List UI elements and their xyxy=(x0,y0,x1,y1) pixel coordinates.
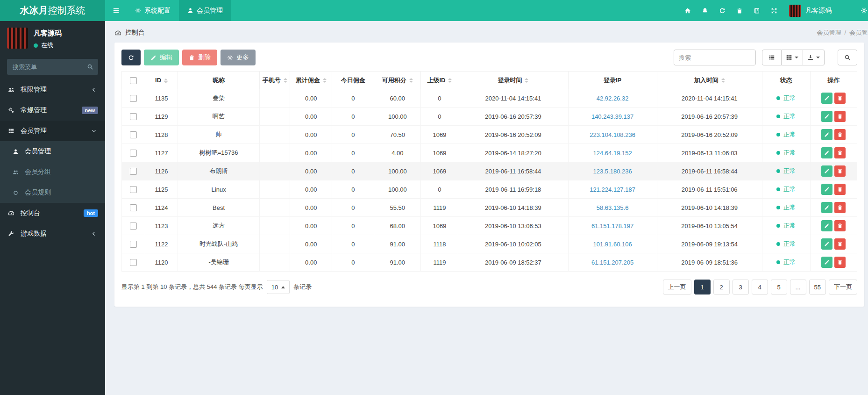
login-ip-link[interactable]: 124.64.19.152 xyxy=(593,150,632,157)
topnav-item-0[interactable]: 系统配置 xyxy=(127,0,179,21)
table-row[interactable]: 1122时光战队-山鸡0.00091.0011182019-06-10 10:0… xyxy=(122,235,857,253)
row-checkbox[interactable] xyxy=(130,150,137,157)
row-delete-button[interactable] xyxy=(834,147,846,158)
row-checkbox[interactable] xyxy=(130,204,137,211)
col-header-login_ip[interactable]: 登录IP xyxy=(568,72,657,89)
sidebar-item-3[interactable]: 控制台hot xyxy=(0,203,105,223)
row-delete-button[interactable] xyxy=(834,129,846,140)
table-search-input[interactable] xyxy=(674,50,756,65)
row-checkbox[interactable] xyxy=(130,95,137,102)
row-edit-button[interactable] xyxy=(821,129,832,140)
col-header-total_commission[interactable]: 累计佣金 xyxy=(290,72,332,89)
row-delete-button[interactable] xyxy=(834,220,846,231)
col-header-phone[interactable]: 手机号 xyxy=(260,72,290,89)
page-button-3[interactable]: 3 xyxy=(733,280,749,294)
detail-view-button[interactable] xyxy=(762,50,782,65)
login-ip-link[interactable]: 123.5.180.236 xyxy=(593,168,632,175)
export-button[interactable] xyxy=(803,50,825,65)
row-delete-button[interactable] xyxy=(834,93,846,104)
table-row[interactable]: 1129啊艺0.000100.0002019-06-16 20:57:39140… xyxy=(122,108,857,126)
app-logo[interactable]: 水冰月控制系统 xyxy=(0,0,105,21)
row-edit-button[interactable] xyxy=(821,238,832,250)
row-delete-button[interactable] xyxy=(834,184,846,195)
table-row[interactable]: 1126布朗斯0.000100.0010692019-06-11 16:58:4… xyxy=(122,162,857,180)
sidebar-item-0[interactable]: 权限管理 xyxy=(0,79,105,100)
row-edit-button[interactable] xyxy=(821,93,832,104)
login-ip-link[interactable]: 140.243.39.137 xyxy=(591,113,633,120)
sidebar-search-input[interactable] xyxy=(7,59,98,75)
prev-page-button[interactable]: 上一页 xyxy=(663,280,691,294)
row-edit-button[interactable] xyxy=(821,257,832,268)
page-size-dropdown[interactable]: 10 xyxy=(267,280,290,294)
select-all-checkbox[interactable] xyxy=(130,77,137,84)
nav-expand-button[interactable] xyxy=(765,0,783,21)
table-row[interactable]: 1135叁柒0.00060.0002020-11-04 14:15:4142.9… xyxy=(122,89,857,108)
sidebar-item-4[interactable]: 游戏数据 xyxy=(0,223,105,244)
crumb-1[interactable]: 会员管理 xyxy=(849,29,868,36)
row-delete-button[interactable] xyxy=(834,238,846,250)
row-checkbox[interactable] xyxy=(130,168,137,175)
col-header-checkbox[interactable] xyxy=(122,72,145,89)
nav-bell-button[interactable] xyxy=(696,0,713,21)
row-checkbox[interactable] xyxy=(130,113,137,120)
login-ip-link[interactable]: 223.104.108.236 xyxy=(590,131,635,138)
table-row[interactable]: 1127树树吧=157360.0004.0010692019-06-14 18:… xyxy=(122,144,857,162)
nav-trash-button[interactable] xyxy=(731,0,748,21)
sidebar-subitem-2-1[interactable]: 会员分组 xyxy=(0,162,105,182)
row-edit-button[interactable] xyxy=(821,165,832,177)
row-delete-button[interactable] xyxy=(834,111,846,122)
col-header-points[interactable]: 可用积分 xyxy=(374,72,421,89)
row-checkbox[interactable] xyxy=(130,186,137,193)
col-header-actions[interactable]: 操作 xyxy=(810,72,857,89)
topnav-user[interactable]: 凡客源码 xyxy=(783,0,836,21)
nav-settings-button[interactable] xyxy=(856,0,868,21)
col-header-id[interactable]: ID xyxy=(145,72,178,89)
col-header-nickname[interactable]: 昵称 xyxy=(178,72,260,89)
login-ip-link[interactable]: 61.151.178.197 xyxy=(591,223,633,230)
row-edit-button[interactable] xyxy=(821,220,832,231)
row-delete-button[interactable] xyxy=(834,165,846,177)
login-ip-link[interactable]: 42.92.26.32 xyxy=(597,95,629,102)
row-checkbox[interactable] xyxy=(130,131,137,138)
topnav-item-1[interactable]: 会员管理 xyxy=(179,0,231,21)
row-delete-button[interactable] xyxy=(834,257,846,268)
sidebar-toggle-button[interactable] xyxy=(105,0,127,21)
crumb-0[interactable]: 会员管理 xyxy=(817,29,841,36)
refresh-button[interactable] xyxy=(121,50,141,65)
row-edit-button[interactable] xyxy=(821,111,832,122)
row-edit-button[interactable] xyxy=(821,147,832,158)
sidebar-item-1[interactable]: 常规管理new xyxy=(0,100,105,121)
table-row[interactable]: 1125Linux0.000100.0002019-06-11 16:59:18… xyxy=(122,180,857,199)
table-row[interactable]: 1124Best0.00055.5011192019-06-10 14:18:3… xyxy=(122,199,857,217)
edit-button[interactable]: 编辑 xyxy=(144,50,179,65)
page-button-55[interactable]: 55 xyxy=(809,280,826,294)
row-delete-button[interactable] xyxy=(834,202,846,213)
col-header-join_time[interactable]: 加入时间 xyxy=(657,72,762,89)
row-edit-button[interactable] xyxy=(821,202,832,213)
login-ip-link[interactable]: 101.91.60.106 xyxy=(593,241,632,248)
page-button-5[interactable]: 5 xyxy=(771,280,787,294)
next-page-button[interactable]: 下一页 xyxy=(829,280,857,294)
row-edit-button[interactable] xyxy=(821,184,832,195)
table-row[interactable]: 1123远方0.00068.0010692019-06-10 13:06:536… xyxy=(122,217,857,235)
col-header-today_commission[interactable]: 今日佣金 xyxy=(332,72,374,89)
row-checkbox[interactable] xyxy=(130,259,137,266)
login-ip-link[interactable]: 61.151.207.205 xyxy=(591,259,633,266)
col-header-parent_id[interactable]: 上级ID xyxy=(421,72,458,89)
sidebar-item-2[interactable]: 会员管理 xyxy=(0,121,105,141)
login-ip-link[interactable]: 121.224.127.187 xyxy=(590,186,635,193)
more-button[interactable]: 更多 xyxy=(221,50,256,65)
login-ip-link[interactable]: 58.63.135.6 xyxy=(597,204,629,211)
nav-home-button[interactable] xyxy=(679,0,696,21)
row-checkbox[interactable] xyxy=(130,241,137,248)
delete-button[interactable]: 删除 xyxy=(182,50,217,65)
col-header-login_time[interactable]: 登录时间 xyxy=(458,72,568,89)
sidebar-subitem-2-2[interactable]: 会员规则 xyxy=(0,182,105,203)
page-button-1[interactable]: 1 xyxy=(694,280,711,294)
columns-button[interactable] xyxy=(782,50,803,65)
table-row[interactable]: 1120-吴锦珊0.00091.0011192019-06-09 18:52:3… xyxy=(122,253,857,272)
table-row[interactable]: 1128帅0.00070.5010692019-06-16 20:52:0922… xyxy=(122,126,857,144)
nav-book-button[interactable] xyxy=(748,0,765,21)
page-button-...[interactable]: ... xyxy=(790,280,806,294)
advanced-search-button[interactable] xyxy=(838,50,857,65)
